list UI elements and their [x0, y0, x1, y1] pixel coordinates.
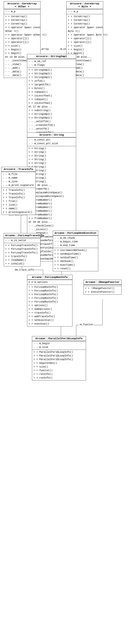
item-parallelFor1DLoopInfo: + ParallelFor1DLoopInfo(): [33, 358, 84, 362]
item-coreArrayByte: + size(): [68, 44, 102, 48]
item-arcString: + String(): [29, 158, 75, 162]
item-forLoopTraceInfo: - m_is_valid: [5, 239, 39, 242]
box-title-stringImpl: Arccore::StringImpl: [27, 54, 76, 59]
item-arcString: + fromNumber(): [29, 217, 75, 220]
item-stringImpl: + substring(): [29, 109, 75, 112]
box-section-coreArrayByte-0: - m_p: [67, 9, 103, 14]
item-stringImpl: + isLessThan(): [29, 94, 75, 98]
box-title-iRangeFunctor: Arcane::IRangeFunctor: [84, 280, 121, 284]
box-section-forLoopRunInfo-1: + ForLoopRunInfo()+ ForLoopRunInfo()+ Fo…: [27, 284, 72, 326]
item-forLoopRunInfo: + ForLoopRunInfo(): [29, 285, 71, 289]
item-coreArrayUChar: + CoreArray(): [5, 22, 39, 26]
item-coreArrayUChar: + operator Span< const: [5, 26, 39, 30]
item-forLoopOneExecStat: + nbChunk(): [54, 260, 97, 263]
item-stringImpl: + StringImpl(): [29, 116, 75, 120]
item-coreArrayByte: + operator[](): [68, 37, 102, 40]
box-section-forLoopRunInfo-0: # m_options: [27, 280, 72, 284]
box-title-traceInfo: Arccore::TraceInfo: [2, 167, 35, 172]
item-stringImpl: + StringImpl(): [29, 112, 75, 116]
item-parallelFor1DLoopInfo: + runInfo(): [33, 372, 84, 376]
box-section-parallelFor1DLoopInfo-1: + ParallelFor1DLoopInfo()+ ParallelFor1D…: [32, 350, 86, 380]
item-forLoopOneExecStat: - m_nb_chunk: [54, 236, 97, 240]
item-forLoopTraceInfo: + ForLoopTraceInfo(): [5, 247, 39, 251]
item-coreArrayByte: + operator[](): [68, 40, 102, 44]
item-traceInfo: + TraceInfo(): [3, 196, 34, 200]
item-parallelFor1DLoopInfo: + functor(): [33, 369, 84, 372]
item-stringImpl: - _setUtf8(): [29, 127, 75, 131]
item-coreArrayUChar: + operator Span< UChar >(): [5, 33, 39, 37]
item-arcString: et 20 de plus...: [29, 220, 75, 224]
item-forLoopOneExecStat: + setBeginTime(): [54, 252, 97, 256]
box-section-coreArrayUChar-0: - m_p: [4, 9, 40, 14]
item-coreArrayByte: - m_p: [68, 10, 102, 14]
item-stringImpl: + bytes(): [29, 86, 75, 90]
item-parallelFor1DLoopInfo: - m_size: [33, 346, 84, 349]
item-forLoopOneExecStat: + incrementNbChunk(): [54, 248, 97, 252]
item-coreArrayUChar: + CoreArray(): [5, 15, 39, 18]
item-forLoopOneExecStat: + execTime(): [54, 263, 97, 267]
label-m-trace-info-run: #m_trace_info: [15, 269, 34, 271]
item-parallelFor1DLoopInfo: - m_begin: [33, 342, 84, 346]
item-forLoopRunInfo: + addOptions(): [29, 308, 71, 311]
box-parallelFor1DLoopInfo: Arcane::ParallelFor1DLoopInfo- m_begin- …: [32, 336, 86, 380]
box-section-traceInfo-1: + TraceInfo()+ TraceInfo()+ TraceInfo()+…: [2, 188, 35, 215]
box-forLoopRunInfo: Arcane::ForLoopRunInfo# m_options+ ForLo…: [27, 275, 72, 326]
box-title-forLoopOneExecStat: Arcane::ForLoopOneExecStat: [53, 231, 98, 236]
item-coreArrayByte: + CoreArray(): [68, 15, 102, 18]
item-forLoopOneExecStat: - m_begin_time: [54, 240, 97, 244]
item-traceInfo: + TraceInfo(): [3, 188, 34, 192]
item-stringImpl: + isLessThan(): [29, 101, 75, 105]
item-stringImpl: - m_flags: [29, 63, 75, 67]
item-traceInfo: + name(): [3, 207, 34, 210]
item-coreArrayByte: + begin(): [68, 48, 102, 52]
item-forLoopRunInfo: + ForLoopRunInfo(): [29, 293, 71, 296]
item-arcString: + String(): [29, 150, 75, 154]
item-arcString: + String(): [29, 162, 75, 165]
item-stringImpl: et 17 de plus...: [29, 105, 75, 109]
item-forLoopTraceInfo: + ForLoopTraceInfo(): [5, 244, 39, 247]
box-section-parallelFor1DLoopInfo-0: - m_begin- m_size: [32, 341, 86, 350]
item-traceInfo: + line(): [3, 203, 34, 207]
box-section-iRangeFunctor-1: + ~IRangeFunctor()+ executeFunctor(): [84, 286, 121, 294]
item-traceInfo: + printSignature(): [3, 210, 34, 214]
item-iRangeFunctor: + executeFunctor(): [85, 290, 120, 294]
item-coreArrayByte: Byte >(): [68, 30, 102, 33]
box-section-stringImpl-0: - m_nb_ref- m_flags: [27, 59, 76, 68]
diagram-container: -m_utf16_array -m_utf8_array -m_p -m_tra…: [0, 0, 128, 644]
item-traceInfo: - m_name: [3, 176, 34, 180]
label-m-functor: -m_functor: [79, 323, 93, 326]
item-parallelFor1DLoopInfo: + ParallelFor1DLoopInfo(): [33, 354, 84, 358]
item-coreArrayUChar: UChar >(): [5, 30, 39, 33]
box-iRangeFunctor: Arcane::IRangeFunctor+ ~IRangeFunctor()+…: [83, 280, 121, 295]
item-parallelFor1DLoopInfo: + runInfo(): [33, 376, 84, 380]
item-forLoopRunInfo: + ForLoopRunInfo(): [29, 300, 71, 304]
item-stringImpl: + StringImpl(): [29, 72, 75, 76]
item-coreArrayUChar: + begin(): [5, 48, 39, 52]
item-coreArrayByte: + operator Span< const: [68, 26, 102, 30]
item-forLoopRunInfo: + addTraceInfo(): [29, 315, 71, 318]
item-stringImpl: - _createUtf16(): [29, 124, 75, 127]
box-section-forLoopOneExecStat-1: + incrementNbChunk()+ setBeginTime()+ se…: [53, 248, 98, 271]
item-coreArrayUChar: + operator[](): [5, 37, 39, 40]
box-title-coreArrayByte: Arccore::CoreArray< Byte >: [67, 2, 103, 9]
box-title-forLoopRunInfo: Arcane::ForLoopRunInfo: [27, 275, 72, 280]
item-coreArrayByte: + CoreArray(): [68, 22, 102, 26]
item-forLoopOneExecStat: + reset(): [54, 267, 97, 270]
item-stringImpl: - _setUtf16(): [29, 120, 75, 124]
item-arcString: + String(): [29, 154, 75, 158]
item-traceInfo: - m_line: [3, 180, 34, 184]
item-traceInfo: + TraceInfo(): [3, 192, 34, 196]
item-parallelFor1DLoopInfo: + ParallelFor1DLoopInfo(): [33, 350, 84, 354]
item-arcString: + String(): [29, 147, 75, 150]
item-forLoopOneExecStat: - m_end_time: [54, 244, 97, 247]
item-stringImpl: + isEqual(): [29, 98, 75, 101]
item-arcString: - m_const_ptr: [29, 138, 75, 142]
item-parallelFor1DLoopInfo: + size(): [33, 365, 84, 369]
item-forLoopRunInfo: + setExecStat(): [29, 318, 71, 322]
item-arcString: - _checkClone(): [29, 224, 75, 228]
item-forLoopRunInfo: + ForLoopRunInfo(): [29, 296, 71, 300]
item-coreArrayUChar: - m_p: [5, 10, 39, 14]
item-traceInfo: + file(): [3, 200, 34, 203]
box-section-forLoopTraceInfo-0: - m_is_valid: [4, 238, 40, 243]
item-coreArrayUChar: + operator[](): [5, 40, 39, 44]
